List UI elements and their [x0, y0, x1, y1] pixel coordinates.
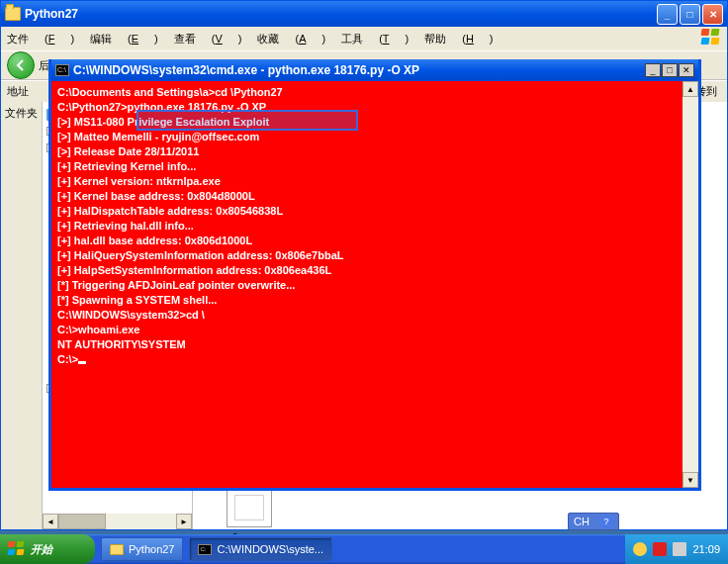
menu-fav[interactable]: 收藏(A)	[257, 32, 325, 47]
cmd-title: C:\WINDOWS\system32\cmd.exe - python.exe…	[73, 63, 644, 77]
cmd-window: C:\ C:\WINDOWS\system32\cmd.exe - python…	[48, 59, 701, 491]
clock[interactable]: 21:09	[692, 543, 720, 555]
menubar: 文件(F) 编辑(E) 查看(V) 收藏(A) 工具(T) 帮助(H)	[1, 27, 727, 50]
menu-edit[interactable]: 编辑(E)	[90, 32, 158, 47]
window-controls: _ □ ✕	[657, 4, 723, 25]
menu-tool[interactable]: 工具(T)	[341, 32, 409, 47]
help-icon[interactable]: ?	[599, 515, 613, 528]
terminal-line: [+] HalpSetSystemInformation address: 0x…	[57, 263, 677, 278]
task-label: C:\WINDOWS\syste...	[217, 543, 323, 555]
cursor	[78, 361, 86, 364]
menu-view[interactable]: 查看(V)	[174, 32, 242, 47]
terminal-line: [>] Release Date 28/11/2011	[57, 144, 677, 159]
scroll-track[interactable]	[682, 97, 698, 472]
maximize-button[interactable]: □	[680, 4, 700, 25]
task-label: Python27	[129, 543, 174, 555]
scroll-thumb[interactable]	[58, 514, 106, 529]
minimize-button[interactable]: _	[645, 63, 661, 77]
command-highlight	[136, 110, 358, 131]
maximize-button[interactable]: □	[662, 63, 678, 77]
terminal-line: NT AUTHORITY\SYSTEM	[57, 337, 677, 352]
close-button[interactable]: ✕	[702, 4, 723, 25]
terminal-line: [+] Kernel base address: 0x804d8000L	[57, 189, 677, 204]
explorer-titlebar[interactable]: Python27 _ □ ✕	[1, 1, 727, 27]
terminal-line: [+] HaliQuerySystemInformation address: …	[57, 248, 677, 263]
taskbar-task-button[interactable]: C:C:\WINDOWS\syste...	[189, 537, 332, 561]
close-button[interactable]: ✕	[679, 63, 694, 77]
language-label: CH	[574, 516, 590, 527]
network-icon[interactable]	[673, 542, 686, 556]
terminal-line: C:\WINDOWS\system32>cd \	[57, 308, 677, 323]
terminal-line: [+] hal.dll base address: 0x806d1000L	[57, 234, 677, 248]
terminal-line: C:\>	[57, 352, 677, 367]
folder-icon	[110, 544, 124, 555]
folder-icon	[5, 7, 21, 21]
terminal-line: [*] Triggering AFDJoinLeaf pointer overw…	[57, 278, 677, 293]
cmd-icon: C:\	[55, 64, 69, 76]
terminal-line: C:\>whoami.exe	[57, 323, 677, 337]
explorer-title: Python27	[25, 7, 657, 21]
tree-scrollbar[interactable]: ◄ ►	[43, 514, 192, 529]
cmd-icon: C:	[198, 544, 212, 555]
cmd-scrollbar[interactable]: ▲ ▼	[682, 81, 698, 488]
tray-icon[interactable]	[633, 542, 647, 556]
addressbar-label: 地址	[7, 84, 29, 99]
taskbar-task-button[interactable]: Python27	[101, 537, 183, 561]
task-buttons: Python27C:C:\WINDOWS\syste...	[95, 537, 332, 561]
start-button[interactable]: 开始	[0, 534, 95, 564]
scroll-down-icon[interactable]: ▼	[682, 472, 698, 488]
terminal-line: [>] Matteo Memelli - ryujin@offsec.com	[57, 130, 677, 144]
terminal-line: [+] HalDispatchTable address: 0x80546838…	[57, 204, 677, 219]
terminal-line: [+] Retrieving hal.dll info...	[57, 219, 677, 234]
menu-help[interactable]: 帮助(H)	[424, 32, 493, 47]
terminal-line: [+] Kernel version: ntkrnlpa.exe	[57, 174, 677, 189]
sidebar-header: 文件夹	[1, 102, 43, 529]
scroll-up-icon[interactable]: ▲	[682, 81, 698, 97]
terminal-line: [+] Retrieving Kernel info...	[57, 159, 677, 174]
security-shield-icon[interactable]	[653, 542, 667, 556]
terminal-output[interactable]: C:\Documents and Settings\a>cd \Python27…	[51, 81, 682, 488]
taskbar: 开始 Python27C:C:\WINDOWS\syste... 21:09	[0, 534, 728, 564]
back-button[interactable]	[7, 51, 35, 79]
cmd-titlebar[interactable]: C:\ C:\WINDOWS\system32\cmd.exe - python…	[51, 59, 698, 81]
scroll-right-icon[interactable]: ►	[176, 514, 192, 529]
windows-logo-icon	[701, 29, 721, 47]
arrow-left-icon	[14, 58, 28, 72]
system-tray[interactable]: 21:09	[625, 534, 728, 564]
windows-logo-icon	[8, 541, 26, 557]
terminal-line: [*] Spawning a SYSTEM shell...	[57, 293, 677, 308]
file-thumb-icon	[227, 488, 272, 527]
terminal-line: C:\Documents and Settings\a>cd \Python27	[57, 85, 677, 100]
minimize-button[interactable]: _	[657, 4, 678, 25]
cmd-window-controls: _ □ ✕	[644, 63, 694, 77]
menu-file[interactable]: 文件(F)	[7, 32, 74, 47]
scroll-left-icon[interactable]: ◄	[43, 514, 58, 529]
language-bar[interactable]: CH ?	[568, 513, 619, 530]
